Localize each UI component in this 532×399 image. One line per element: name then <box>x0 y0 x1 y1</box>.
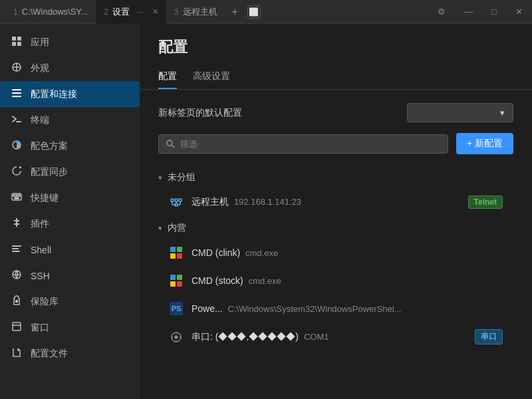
close-button[interactable]: ✕ <box>511 5 527 18</box>
terminal-icon <box>11 114 23 126</box>
tab-3-label: 远程主机 <box>183 6 217 18</box>
svg-rect-0 <box>12 37 16 41</box>
svg-rect-10 <box>13 195 15 196</box>
svg-rect-23 <box>171 199 174 201</box>
sidebar-item-terminal-label: 终端 <box>31 114 49 126</box>
powershell-name: Powe... C:\Windows\System32\WindowsPower… <box>192 303 503 314</box>
search-icon <box>166 139 175 148</box>
windows-logo-icon-cmd-stock <box>169 273 184 288</box>
telnet-tag: Telnet <box>468 196 503 209</box>
svg-rect-5 <box>12 89 21 90</box>
page-title: 配置 <box>140 24 532 65</box>
sidebar-item-appearance-label: 外观 <box>31 63 49 74</box>
shell-icon <box>11 243 23 256</box>
sidebar-item-color-scheme[interactable]: 配色方案 <box>0 133 140 159</box>
svg-rect-11 <box>16 195 17 196</box>
sidebar-item-shell[interactable]: Shell <box>0 237 140 263</box>
sidebar-item-terminal[interactable]: 终端 <box>0 107 140 133</box>
filter-input[interactable] <box>180 139 441 149</box>
network-icon <box>169 195 184 209</box>
sidebar-item-shell-label: Shell <box>31 245 51 255</box>
tab-2[interactable]: 2 设置 ··· ✕ <box>96 0 166 24</box>
sidebar-item-config-sync-label: 配置同步 <box>31 166 68 178</box>
svg-rect-2 <box>12 42 16 46</box>
group-ungrouped-chevron-icon: ▾ <box>158 174 162 182</box>
minimize-button[interactable]: — <box>460 5 477 18</box>
svg-rect-13 <box>15 198 19 199</box>
serial-name: 串口: (◆◆◆,◆◆◆◆◆) COM1 <box>192 331 467 343</box>
svg-rect-1 <box>17 37 21 41</box>
tab-1-number: 1 <box>13 7 18 17</box>
sidebar-item-config-connect[interactable]: 配置和连接 <box>0 81 140 107</box>
default-config-dropdown[interactable]: ▾ <box>407 103 513 122</box>
tab-2-dots: ··· <box>134 7 146 17</box>
default-config-label: 新标签页的默认配置 <box>158 107 242 119</box>
color-scheme-icon <box>11 140 23 152</box>
config-item-powershell[interactable]: PS Powe... C:\Windows\System32\WindowsPo… <box>158 295 513 322</box>
sidebar-item-window-label: 窗口 <box>31 322 49 334</box>
config-file-icon <box>11 347 23 360</box>
svg-rect-12 <box>19 195 20 196</box>
vault-icon <box>11 295 23 308</box>
sidebar-item-window[interactable]: 窗口 <box>0 315 140 340</box>
remote-host-name: 远程主机 192.168.1.141:23 <box>192 196 460 208</box>
group-builtin-chevron-icon: ▾ <box>158 224 162 233</box>
sidebar-item-apps[interactable]: 应用 <box>0 29 140 55</box>
tab-1-label: C:\Windows\SY... <box>22 7 88 17</box>
dropdown-chevron-icon: ▾ <box>500 108 505 118</box>
tab-2-close[interactable]: ✕ <box>152 7 158 16</box>
add-tab-button[interactable]: + <box>225 6 245 18</box>
tab-2-number: 2 <box>104 7 108 17</box>
svg-rect-25 <box>179 199 182 201</box>
config-item-serial[interactable]: 串口: (◆◆◆,◆◆◆◆◆) COM1 串口 <box>158 323 513 350</box>
shortcuts-icon <box>11 192 23 204</box>
new-config-button[interactable]: + 新配置 <box>456 133 513 154</box>
svg-rect-16 <box>12 251 20 252</box>
config-item-cmd-clink[interactable]: CMD (clink) cmd.exe <box>158 239 513 266</box>
sidebar-item-color-scheme-label: 配色方案 <box>31 140 68 152</box>
maximize-button[interactable]: □ <box>487 5 501 18</box>
sidebar-item-ssh[interactable]: SSH <box>0 263 140 289</box>
powershell-icon: PS <box>169 301 184 316</box>
sidebar-item-plugins[interactable]: 插件 <box>0 211 140 237</box>
sidebar-item-config-file[interactable]: 配置文件 <box>0 340 140 366</box>
filter-row: + 新配置 <box>158 133 513 154</box>
svg-rect-3 <box>17 42 21 46</box>
settings-icon[interactable]: ⚙ <box>434 5 450 18</box>
sub-tab-advanced[interactable]: 高级设置 <box>193 65 230 89</box>
sidebar-item-config-sync[interactable]: 配置同步 <box>0 159 140 185</box>
group-builtin-header[interactable]: ▾ 内营 <box>158 217 513 239</box>
tab-1[interactable]: 1 C:\Windows\SY... <box>5 0 96 24</box>
restore-button[interactable]: ⬜ <box>247 5 261 19</box>
sub-tab-config[interactable]: 配置 <box>158 65 177 89</box>
sidebar-item-vault[interactable]: 保险库 <box>0 289 140 315</box>
sidebar-item-config-connect-label: 配置和连接 <box>31 88 77 100</box>
tab-3[interactable]: 3 远程主机 <box>166 0 225 24</box>
sub-tabs: 配置 高级设置 <box>140 65 532 90</box>
config-section: 新标签页的默认配置 ▾ + 新配置 ▾ 未分组 <box>140 103 532 399</box>
sidebar-item-ssh-label: SSH <box>31 271 50 281</box>
sidebar-item-shortcuts[interactable]: 快捷键 <box>0 185 140 211</box>
sidebar: 应用 外观 配置和连接 终端 配色方案 <box>0 24 140 399</box>
config-item-cmd-stock[interactable]: CMD (stock) cmd.exe <box>158 267 513 294</box>
svg-rect-6 <box>12 92 21 94</box>
svg-rect-19 <box>13 323 21 331</box>
config-item-remote-host[interactable]: 远程主机 192.168.1.141:23 Telnet <box>158 189 513 215</box>
svg-rect-24 <box>175 199 178 201</box>
sidebar-item-appearance[interactable]: 外观 <box>0 55 140 81</box>
svg-line-22 <box>172 146 175 148</box>
cmd-clink-name: CMD (clink) cmd.exe <box>192 247 503 258</box>
window-icon <box>11 321 23 334</box>
apps-icon <box>11 36 23 49</box>
svg-point-33 <box>175 336 178 338</box>
tab-2-label: 设置 <box>112 6 130 18</box>
ssh-icon <box>11 269 23 282</box>
default-config-row: 新标签页的默认配置 ▾ <box>158 103 513 122</box>
group-ungrouped-label: 未分组 <box>168 172 196 184</box>
svg-rect-15 <box>12 248 19 249</box>
serial-tag: 串口 <box>475 329 503 344</box>
sidebar-item-plugins-label: 插件 <box>31 218 49 230</box>
cmd-stock-name: CMD (stock) cmd.exe <box>192 275 503 286</box>
filter-input-wrap <box>158 134 448 154</box>
group-ungrouped-header[interactable]: ▾ 未分组 <box>158 166 513 189</box>
